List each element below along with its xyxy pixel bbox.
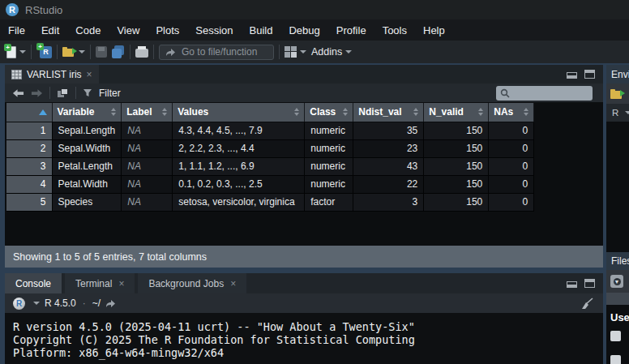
- column-header-nas[interactable]: NAs: [489, 103, 534, 122]
- column-header-label[interactable]: Label: [122, 103, 173, 122]
- open-new-window-icon[interactable]: [57, 88, 69, 98]
- window-title: RStudio: [25, 4, 62, 16]
- tab-environment[interactable]: Environment: [611, 69, 629, 80]
- chevron-down-icon: [300, 50, 306, 54]
- menu-tools[interactable]: Tools: [374, 24, 415, 36]
- sort-icon: [162, 108, 167, 116]
- save-all-button[interactable]: [107, 45, 125, 58]
- cell-nas: 0: [489, 122, 534, 139]
- file-checkbox[interactable]: [610, 331, 621, 341]
- minimize-icon[interactable]: [567, 281, 577, 288]
- clear-console-broom-icon[interactable]: [580, 298, 593, 310]
- table-row[interactable]: 4 Petal.Width NA 0.1, 0.2, 0.3, ..., 2.5…: [6, 175, 534, 193]
- menu-build[interactable]: Build: [242, 24, 281, 36]
- close-icon[interactable]: ×: [118, 279, 124, 289]
- working-directory: ~/: [92, 298, 101, 309]
- load-workspace-icon[interactable]: [610, 89, 623, 99]
- sort-icon: [524, 108, 528, 116]
- toolbar-separator: [49, 87, 50, 99]
- new-project-button[interactable]: R+: [36, 46, 52, 58]
- menu-code[interactable]: Code: [67, 24, 109, 36]
- toolbar-separator: [57, 45, 58, 59]
- cell-class: numeric: [305, 157, 353, 175]
- go-to-file-function-input[interactable]: Go to file/function: [159, 45, 274, 60]
- console-output[interactable]: R version 4.5.0 (2025-04-11 ucrt) -- "Ho…: [5, 313, 603, 364]
- cell-class: numeric: [305, 175, 353, 193]
- column-header-ndist-val[interactable]: Ndist_val: [353, 103, 424, 122]
- filter-funnel-icon[interactable]: [83, 88, 92, 97]
- sort-icon: [478, 108, 483, 116]
- sort-icon: [343, 108, 348, 116]
- console-pane-tab-bar: Console Terminal × Background Jobs ×: [5, 273, 603, 293]
- menu-help[interactable]: Help: [415, 24, 453, 36]
- cell-ndist-val: 43: [353, 157, 424, 175]
- column-header-n-valid[interactable]: N_valid: [424, 103, 489, 122]
- print-button[interactable]: [135, 46, 148, 58]
- maximize-icon[interactable]: [584, 70, 595, 79]
- cell-values: 2, 2.2, 2.3, ..., 4.4: [173, 139, 305, 157]
- files-content: User: [606, 305, 629, 364]
- open-folder-icon: [62, 47, 75, 57]
- sort-icon: [294, 108, 299, 116]
- title-bar: R RStudio: [0, 0, 629, 19]
- close-icon[interactable]: ×: [87, 70, 92, 79]
- chevron-down-icon[interactable]: [33, 302, 40, 305]
- table-row[interactable]: 5 Species NA setosa, versicolor, virgini…: [6, 193, 534, 211]
- plus-badge-icon: +: [4, 44, 11, 51]
- toolbar-separator: [279, 45, 280, 59]
- tab-background-jobs[interactable]: Background Jobs ×: [138, 273, 246, 293]
- menu-plots[interactable]: Plots: [148, 24, 187, 36]
- cell-ndist-val: 23: [353, 139, 424, 157]
- table-row[interactable]: 2 Sepal.Width NA 2, 2.2, 2.3, ..., 4.4 n…: [6, 139, 534, 157]
- cell-variable: Sepal.Length: [52, 122, 122, 139]
- close-icon[interactable]: ×: [230, 279, 236, 289]
- table-row[interactable]: 3 Petal.Length NA 1, 1.1, 1.2, ..., 6.9 …: [6, 157, 534, 175]
- row-number: 5: [6, 193, 52, 211]
- tab-console[interactable]: Console: [5, 273, 62, 293]
- table-search-box[interactable]: [496, 86, 593, 101]
- chevron-down-icon: [345, 50, 352, 54]
- environment-r-selector[interactable]: R: [606, 104, 629, 122]
- navigate-directory-icon[interactable]: [105, 299, 116, 308]
- main-toolbar: + R+ Go to file/function Addins: [0, 41, 629, 63]
- table-header-row: Variable Label Values Class Ndist_val N_…: [6, 103, 534, 122]
- column-header-class[interactable]: Class: [305, 103, 353, 122]
- addins-button[interactable]: Addins: [306, 46, 352, 58]
- sort-ascending-icon: [39, 109, 47, 115]
- r-version-label[interactable]: R 4.5.0: [45, 298, 76, 309]
- cell-ndist-val: 3: [353, 193, 424, 211]
- open-file-button[interactable]: [62, 47, 85, 57]
- menu-view[interactable]: View: [109, 24, 148, 36]
- pane-layout-button[interactable]: [285, 46, 306, 58]
- maximize-icon[interactable]: [584, 279, 595, 288]
- column-header-index[interactable]: [6, 103, 52, 122]
- console-toolbar: R R 4.5.0 · ~/: [5, 293, 603, 313]
- cell-label: NA: [122, 122, 173, 139]
- forward-arrow-icon[interactable]: [31, 88, 43, 98]
- tab-varlist-iris[interactable]: VARLIST iris ×: [5, 65, 99, 84]
- menu-debug[interactable]: Debug: [280, 24, 327, 36]
- table-search-input[interactable]: [513, 88, 586, 98]
- source-pane-tab-bar: VARLIST iris ×: [5, 65, 603, 84]
- menu-profile[interactable]: Profile: [328, 24, 374, 36]
- menu-session[interactable]: Session: [187, 24, 241, 36]
- filter-label[interactable]: Filter: [99, 88, 121, 99]
- column-header-variable[interactable]: Variable: [52, 103, 122, 122]
- tab-terminal[interactable]: Terminal ×: [65, 273, 135, 293]
- minimize-icon[interactable]: [567, 72, 577, 79]
- print-icon: [135, 49, 148, 58]
- column-header-values[interactable]: Values: [173, 103, 305, 122]
- sort-icon: [111, 108, 116, 116]
- console-line: Copyright (C) 2025 The R Foundation for …: [13, 333, 603, 346]
- menu-file[interactable]: File: [0, 24, 33, 36]
- save-button[interactable]: [96, 46, 107, 58]
- back-arrow-icon[interactable]: [12, 88, 24, 98]
- cell-ndist-val: 22: [353, 175, 424, 193]
- tab-files[interactable]: Files: [611, 255, 629, 267]
- console-line: Platform: x86_64-w64-mingw32/x64: [13, 346, 603, 359]
- menu-edit[interactable]: Edit: [33, 24, 67, 36]
- files-new-file-icon[interactable]: ▼: [610, 275, 623, 288]
- file-checkbox[interactable]: [610, 355, 621, 364]
- new-file-button[interactable]: +: [6, 46, 26, 58]
- table-row[interactable]: 1 Sepal.Length NA 4.3, 4.4, 4.5, ..., 7.…: [6, 122, 534, 139]
